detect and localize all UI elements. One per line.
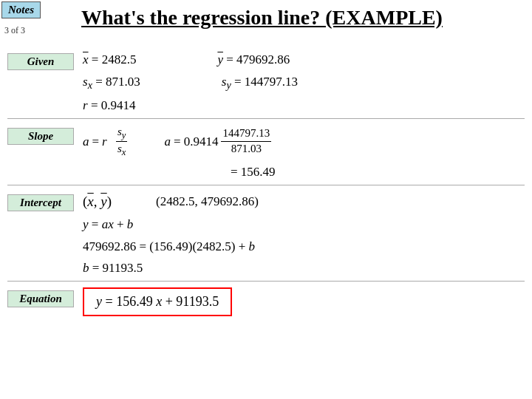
slope-a2: a xyxy=(164,132,171,151)
xbar-value: = 2482.5 xyxy=(92,52,137,66)
sx-symbol: sx xyxy=(83,75,92,89)
xbar-group: x = 2482.5 xyxy=(83,50,136,69)
slope-formula: a = r sy sx xyxy=(83,125,127,159)
equation-plus: + 91193.5 xyxy=(166,294,219,309)
ybar-group: y = 479692.86 xyxy=(217,50,290,69)
slope-eq: = xyxy=(92,132,100,151)
r-group: r = 0.9414 xyxy=(83,96,525,115)
equation-content: y = 156.49 x + 91193.5 xyxy=(74,287,525,316)
ybar-symbol: y xyxy=(217,52,223,66)
equation-label: Equation xyxy=(7,290,74,307)
slope-calc: a = 0.9414 144797.13 871.03 xyxy=(164,126,271,156)
sy-symbol: sy xyxy=(222,75,231,89)
slope-frac2: 144797.13 871.03 xyxy=(221,126,271,156)
sx-group: sx = 871.03 xyxy=(83,72,140,94)
r-symbol: r xyxy=(83,98,88,112)
slope-frac: sy sx xyxy=(116,125,127,159)
sy-value: = 144797.13 xyxy=(234,75,298,89)
slope-frac2-den: 871.03 xyxy=(230,142,263,157)
equation-y: y xyxy=(96,294,102,309)
intercept-label: Intercept xyxy=(7,194,74,211)
equation-section: Equation y = 156.49 x + 91193.5 xyxy=(7,281,525,319)
slide-title: What's the regression line? (EXAMPLE) xyxy=(81,6,525,30)
intercept-point-val: (2482.5, 479692.86) xyxy=(156,192,259,211)
intercept-line3: b = 91193.5 xyxy=(83,259,525,278)
slope-eq2: = 0.9414 xyxy=(174,132,219,151)
xbar-symbol: x xyxy=(83,52,89,66)
slope-content: a = r sy sx a = 0.9414 144797.13 87 xyxy=(74,125,525,182)
slide-counter: 3 of 3 xyxy=(4,25,25,36)
slope-r: r xyxy=(102,132,107,151)
equation-equals: = 156.49 xyxy=(106,294,153,309)
slope-frac-num: sy xyxy=(116,125,127,142)
slope-label: Slope xyxy=(7,128,74,145)
slope-section: Slope a = r sy sx a = 0.9414 xyxy=(7,118,525,185)
slope-frac-den: sx xyxy=(116,142,127,158)
slope-frac2-num: 144797.13 xyxy=(221,126,271,142)
intercept-point-symbol: (x, y) xyxy=(83,191,112,213)
content-area: Given x = 2482.5 y = 479692.86 sx = 871 xyxy=(7,44,525,392)
given-content: x = 2482.5 y = 479692.86 sx = 871.03 sy xyxy=(74,50,525,115)
equation-x: x xyxy=(156,294,162,309)
intercept-section: Intercept (x, y) (2482.5, 479692.86) y =… xyxy=(7,185,525,281)
sx-value: = 871.03 xyxy=(95,75,140,89)
given-section: Given x = 2482.5 y = 479692.86 sx = 871 xyxy=(7,44,525,118)
slope-a: a xyxy=(83,132,89,151)
intercept-content: (x, y) (2482.5, 479692.86) y = ax + b 47… xyxy=(74,191,525,278)
intercept-line1: y = ax + b xyxy=(83,215,525,234)
given-label: Given xyxy=(7,53,74,70)
slope-result: = 156.49 xyxy=(231,163,525,182)
r-value: = 0.9414 xyxy=(91,98,136,112)
equation-box: y = 156.49 x + 91193.5 xyxy=(83,287,232,316)
sy-group: sy = 144797.13 xyxy=(222,72,298,94)
ybar-value: = 479692.86 xyxy=(226,52,290,66)
notes-tab[interactable]: Notes xyxy=(1,1,41,18)
intercept-line2: 479692.86 = (156.49)(2482.5) + b xyxy=(83,237,525,256)
